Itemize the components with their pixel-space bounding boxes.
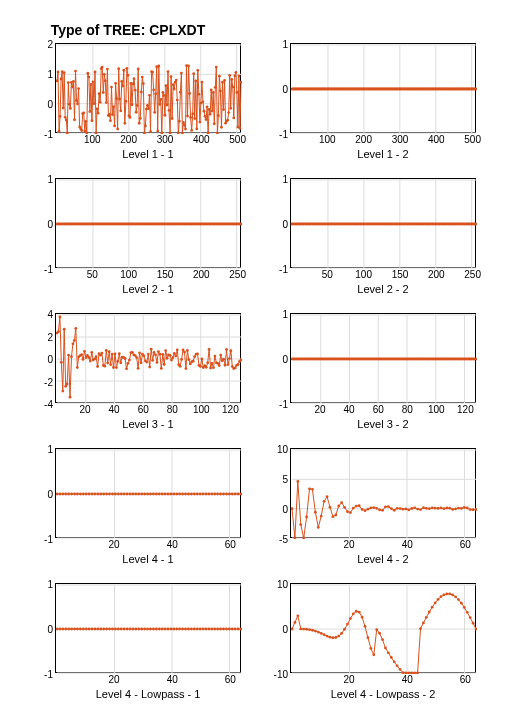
svg-point-767: [211, 362, 214, 365]
svg-point-707: [124, 357, 127, 360]
svg-point-112: [161, 91, 164, 94]
svg-point-943: [91, 493, 94, 496]
x-label: Level 4 - 2: [291, 553, 475, 565]
plot-svg: [56, 584, 242, 674]
x-tick: 120: [222, 404, 239, 415]
svg-point-148: [198, 121, 201, 124]
y-ticks: -101: [21, 179, 53, 267]
svg-point-772: [218, 364, 221, 367]
x-tick: 300: [392, 134, 409, 145]
svg-point-118: [168, 109, 171, 112]
svg-point-750: [186, 349, 189, 352]
svg-point-1100: [137, 628, 140, 631]
svg-point-1022: [349, 511, 352, 514]
svg-point-1085: [94, 628, 97, 631]
svg-point-92: [141, 76, 144, 79]
svg-point-1148: [308, 628, 311, 631]
x-tick: 100: [428, 404, 445, 415]
svg-point-187: [239, 127, 242, 130]
data-line: [292, 482, 476, 539]
svg-point-1033: [381, 509, 384, 512]
svg-point-1038: [396, 507, 399, 510]
svg-point-1198: [454, 595, 457, 598]
svg-point-664: [61, 390, 64, 393]
svg-point-75: [123, 122, 126, 125]
svg-point-950: [111, 493, 114, 496]
svg-point-116: [166, 104, 169, 107]
svg-point-703: [118, 352, 121, 355]
svg-point-1056: [448, 507, 451, 510]
chart-panel: 204060-101Level 4 - Lowpass - 1: [55, 583, 241, 673]
svg-point-1166: [361, 616, 364, 619]
svg-point-1013: [323, 500, 326, 503]
svg-point-673: [74, 327, 77, 330]
svg-point-1020: [343, 506, 346, 509]
x-tick: 250: [229, 269, 246, 280]
svg-point-26: [73, 118, 76, 121]
data-line: [57, 317, 241, 397]
svg-point-945: [96, 493, 99, 496]
svg-point-1121: [199, 628, 202, 631]
y-tick: 0: [47, 354, 53, 365]
svg-point-984: [210, 493, 213, 496]
svg-point-1107: [158, 628, 161, 631]
svg-point-132: [182, 121, 185, 124]
axes: 20406080100120-101Level 3 - 2: [290, 313, 476, 403]
svg-point-1008: [308, 487, 311, 490]
svg-point-679: [83, 350, 86, 353]
svg-point-86: [135, 111, 138, 114]
svg-point-1171: [375, 628, 378, 631]
page-title: Type of TREE: CPLXDT: [0, 22, 256, 38]
svg-point-1154: [326, 635, 329, 638]
svg-point-1080: [79, 628, 82, 631]
svg-point-97: [146, 104, 149, 107]
svg-point-85: [134, 89, 137, 92]
svg-point-940: [82, 493, 85, 496]
svg-point-1116: [184, 628, 187, 631]
svg-point-84: [133, 77, 136, 80]
svg-point-976: [187, 493, 190, 496]
svg-point-177: [228, 74, 231, 77]
svg-point-1098: [132, 628, 135, 631]
svg-point-1087: [99, 628, 102, 631]
y-tick: -1: [279, 264, 288, 275]
svg-point-1090: [108, 628, 111, 631]
x-ticks: 204060: [291, 539, 475, 553]
svg-point-76: [124, 100, 127, 103]
x-ticks: 50100150200250: [56, 269, 240, 283]
svg-point-29: [76, 102, 79, 105]
plot-svg: [291, 314, 477, 404]
svg-point-1167: [364, 625, 367, 628]
svg-point-129: [179, 91, 182, 94]
svg-point-1188: [425, 616, 428, 619]
x-tick: 100: [84, 134, 101, 145]
svg-point-20: [67, 81, 70, 84]
y-tick: 1: [282, 39, 288, 50]
svg-point-1072: [56, 628, 58, 631]
svg-point-982: [205, 493, 208, 496]
x-tick: 40: [109, 404, 120, 415]
svg-point-932: [59, 493, 62, 496]
svg-point-954: [123, 493, 126, 496]
svg-point-136: [186, 115, 189, 118]
svg-point-1197: [451, 594, 454, 597]
svg-point-58: [106, 68, 109, 71]
svg-point-934: [64, 493, 67, 496]
x-tick: 20: [109, 674, 120, 685]
svg-point-151: [202, 100, 205, 103]
y-ticks: -101: [21, 584, 53, 672]
chart-panel: 50100150200250-101Level 2 - 1: [55, 178, 241, 268]
chart-panel: 204060-10010Level 4 - Lowpass - 2: [290, 583, 476, 673]
svg-point-755: [193, 355, 196, 358]
svg-point-977: [190, 493, 193, 496]
svg-point-693: [103, 365, 106, 368]
y-tick: -1: [44, 669, 53, 680]
svg-point-181: [232, 117, 235, 120]
svg-point-672: [73, 339, 76, 342]
svg-point-1081: [82, 628, 85, 631]
svg-point-160: [211, 110, 214, 113]
svg-point-1108: [161, 628, 164, 631]
svg-point-108: [157, 64, 160, 67]
svg-point-53: [101, 66, 104, 69]
svg-point-760: [200, 358, 203, 361]
